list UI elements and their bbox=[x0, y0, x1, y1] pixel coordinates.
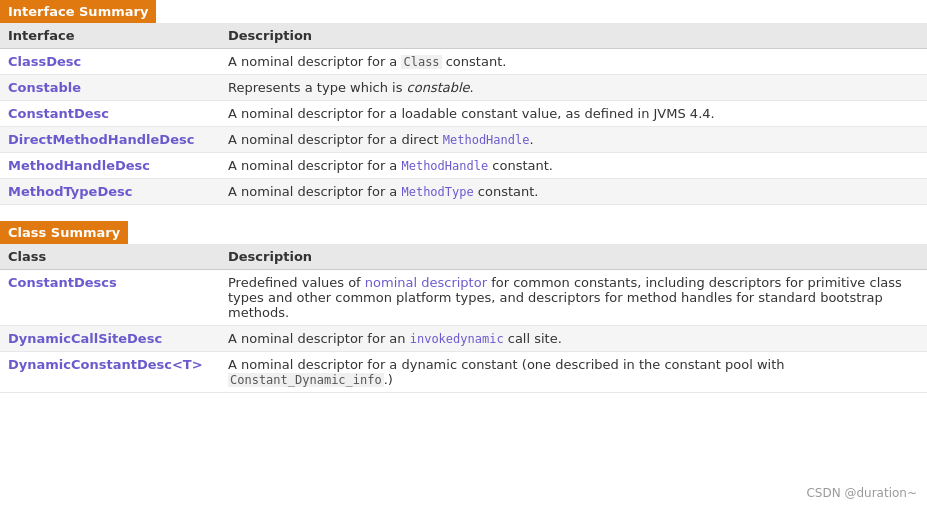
class-name-link[interactable]: ConstantDescs bbox=[8, 275, 117, 290]
table-row: MethodTypeDescA nominal descriptor for a… bbox=[0, 179, 927, 205]
table-row: DirectMethodHandleDescA nominal descript… bbox=[0, 127, 927, 153]
interface-summary-section: Interface Summary Interface Description … bbox=[0, 0, 927, 205]
interface-name-cell: MethodHandleDesc bbox=[0, 153, 220, 179]
table-row: ConstantDescsPredefined values of nomina… bbox=[0, 270, 927, 326]
class-desc-cell: A nominal descriptor for a dynamic const… bbox=[220, 352, 927, 393]
interface-name-cell: Constable bbox=[0, 75, 220, 101]
table-row: ClassDescA nominal descriptor for a Clas… bbox=[0, 49, 927, 75]
interface-name-cell: ConstantDesc bbox=[0, 101, 220, 127]
interface-desc-cell: A nominal descriptor for a loadable cons… bbox=[220, 101, 927, 127]
interface-name-link[interactable]: MethodTypeDesc bbox=[8, 184, 132, 199]
interface-table-header-row: Interface Description bbox=[0, 23, 927, 49]
class-name-cell: DynamicCallSiteDesc bbox=[0, 326, 220, 352]
table-row: DynamicCallSiteDescA nominal descriptor … bbox=[0, 326, 927, 352]
table-row: ConstantDescA nominal descriptor for a l… bbox=[0, 101, 927, 127]
interface-name-cell: DirectMethodHandleDesc bbox=[0, 127, 220, 153]
interface-desc-cell: A nominal descriptor for a MethodHandle … bbox=[220, 153, 927, 179]
interface-name-link[interactable]: Constable bbox=[8, 80, 81, 95]
interface-name-link[interactable]: DirectMethodHandleDesc bbox=[8, 132, 194, 147]
class-name-link[interactable]: DynamicConstantDesc<T> bbox=[8, 357, 203, 372]
class-name-cell: DynamicConstantDesc<T> bbox=[0, 352, 220, 393]
interface-col-header: Interface bbox=[0, 23, 220, 49]
class-summary-table: Class Description ConstantDescsPredefine… bbox=[0, 244, 927, 393]
class-name-link[interactable]: DynamicCallSiteDesc bbox=[8, 331, 162, 346]
class-col-header: Class bbox=[0, 244, 220, 270]
class-desc-cell: Predefined values of nominal descriptor … bbox=[220, 270, 927, 326]
interface-name-link[interactable]: MethodHandleDesc bbox=[8, 158, 150, 173]
table-row: DynamicConstantDesc<T>A nominal descript… bbox=[0, 352, 927, 393]
interface-name-link[interactable]: ConstantDesc bbox=[8, 106, 109, 121]
table-row: ConstableRepresents a type which is cons… bbox=[0, 75, 927, 101]
class-table-header-row: Class Description bbox=[0, 244, 927, 270]
class-name-cell: ConstantDescs bbox=[0, 270, 220, 326]
class-desc-cell: A nominal descriptor for an invokedynami… bbox=[220, 326, 927, 352]
interface-name-cell: ClassDesc bbox=[0, 49, 220, 75]
interface-summary-table: Interface Description ClassDescA nominal… bbox=[0, 23, 927, 205]
interface-summary-header: Interface Summary bbox=[0, 0, 156, 23]
interface-desc-header: Description bbox=[220, 23, 927, 49]
interface-desc-cell: A nominal descriptor for a direct Method… bbox=[220, 127, 927, 153]
table-row: MethodHandleDescA nominal descriptor for… bbox=[0, 153, 927, 179]
class-desc-header: Description bbox=[220, 244, 927, 270]
interface-desc-cell: Represents a type which is constable. bbox=[220, 75, 927, 101]
interface-desc-cell: A nominal descriptor for a MethodType co… bbox=[220, 179, 927, 205]
class-summary-header: Class Summary bbox=[0, 221, 128, 244]
interface-name-link[interactable]: ClassDesc bbox=[8, 54, 81, 69]
class-summary-section: Class Summary Class Description Constant… bbox=[0, 221, 927, 393]
interface-desc-cell: A nominal descriptor for a Class constan… bbox=[220, 49, 927, 75]
interface-name-cell: MethodTypeDesc bbox=[0, 179, 220, 205]
